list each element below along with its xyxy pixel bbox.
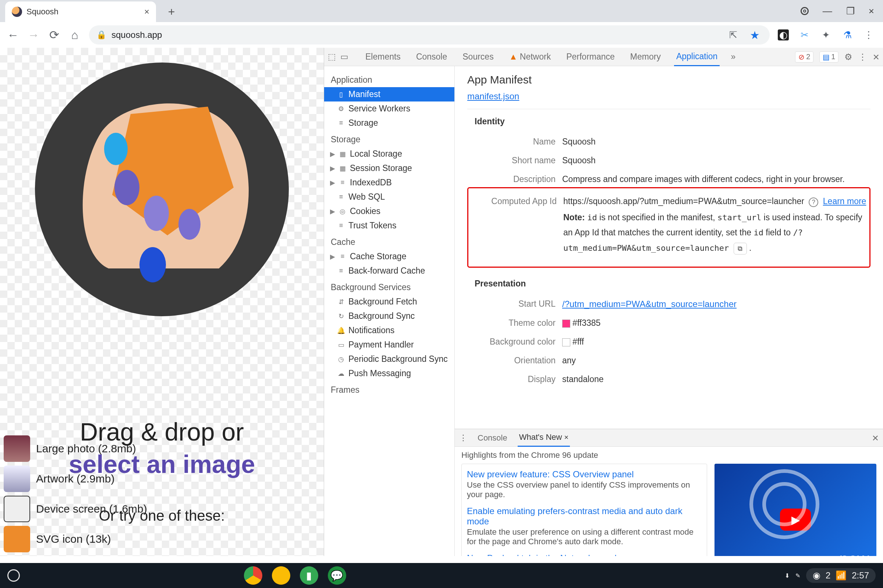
sidebar-item-indexeddb[interactable]: ▶≡IndexedDB — [324, 176, 454, 190]
bookmark-star-icon[interactable]: ★ — [749, 29, 760, 40]
database-icon: ≡ — [337, 267, 345, 275]
sidebar-item-bf-cache[interactable]: ≡Back-forward Cache — [324, 264, 454, 278]
more-tabs-icon[interactable]: » — [731, 52, 736, 62]
drawer-tab-whats-new[interactable]: What's New× — [518, 429, 570, 447]
manifest-json-link[interactable]: manifest.json — [467, 91, 519, 101]
account-icon[interactable] — [800, 7, 809, 15]
new-tab-button[interactable]: + — [163, 4, 180, 20]
whats-new-video-thumb[interactable]: ▶ new — [715, 464, 876, 556]
sidebar-item-periodic-sync[interactable]: ◷Periodic Background Sync — [324, 352, 454, 366]
sample-svg-icon[interactable]: SVG icon (13k) — [4, 526, 162, 552]
device-toggle-icon[interactable]: ▭ — [340, 52, 348, 62]
card-icon: ▭ — [337, 341, 345, 349]
labs-icon[interactable]: ⚗ — [842, 29, 853, 40]
sidebar-item-local-storage[interactable]: ▶▦Local Storage — [324, 147, 454, 161]
drawer-menu-icon[interactable]: ⋮ — [459, 433, 467, 443]
file-icon: ▯ — [337, 91, 345, 98]
sidebar-item-storage[interactable]: ≡Storage — [324, 116, 454, 130]
app-icon-yellow[interactable] — [272, 566, 290, 585]
close-window-icon[interactable]: × — [869, 6, 874, 17]
minimize-icon[interactable]: — — [823, 6, 832, 17]
sidebar-item-web-sql[interactable]: ≡Web SQL — [324, 190, 454, 204]
sidebar-item-notifications[interactable]: 🔔Notifications — [324, 323, 454, 338]
scissors-icon[interactable]: ✂ — [799, 29, 810, 40]
sidebar-item-trust-tokens[interactable]: ≡Trust Tokens — [324, 218, 454, 233]
sidebar-section-application: Application — [324, 70, 454, 87]
sidebar-item-session-storage[interactable]: ▶▦Session Storage — [324, 161, 454, 176]
extensions-puzzle-icon[interactable]: ✦ — [820, 29, 832, 40]
database-icon: ≡ — [337, 120, 345, 127]
news-item[interactable]: Enable emulating prefers-contrast media … — [467, 506, 701, 553]
sidebar-section-cache: Cache — [324, 233, 454, 249]
tab-performance[interactable]: Performance — [564, 48, 617, 66]
learn-more-link[interactable]: Learn more — [823, 196, 866, 206]
tab-elements[interactable]: Elements — [363, 48, 403, 66]
kv-description: DescriptionCompress and compare images w… — [467, 170, 871, 189]
main-area: Drag & drop or select an image Or try on… — [0, 48, 883, 556]
chrome-menu-icon[interactable]: ⋮ — [863, 29, 874, 40]
launcher-icon[interactable] — [8, 569, 20, 582]
inspect-element-icon[interactable]: ⬚ — [328, 52, 336, 62]
sample-images: Large photo (2.8mb) Artwork (2.9mb) Devi… — [0, 432, 324, 556]
news-item[interactable]: New Payload tab in the Network panel — [467, 553, 701, 556]
bg-color-swatch — [562, 338, 570, 346]
copy-suggestion-button[interactable]: ⧉ — [734, 243, 747, 255]
clock-icon: ◷ — [337, 356, 345, 363]
sidebar-item-cookies[interactable]: ▶◎Cookies — [324, 204, 454, 218]
home-icon[interactable]: ⌂ — [68, 28, 81, 42]
sidebar-section-frames: Frames — [324, 381, 454, 397]
bell-icon: 🔔 — [337, 327, 345, 334]
address-bar[interactable]: 🔒 squoosh.app ⇱ ★ — [89, 26, 770, 45]
sidebar-item-cache-storage[interactable]: ▶≡Cache Storage — [324, 249, 454, 264]
sidebar-item-service-workers[interactable]: ⚙Service Workers — [324, 102, 454, 116]
chrome-icon[interactable] — [244, 566, 262, 585]
sidebar-section-bg-services: Background Services — [324, 278, 454, 294]
reload-icon[interactable]: ⟳ — [48, 28, 60, 42]
sidebar-item-bg-sync[interactable]: ↻Background Sync — [324, 309, 454, 323]
status-tray[interactable]: ◉ 2 📶 2:57 — [806, 568, 875, 583]
tray-download-icon[interactable]: ⬇ — [785, 572, 790, 579]
tab-close-icon[interactable]: × — [144, 7, 149, 17]
kv-theme-color: Theme color#ff3385 — [467, 314, 871, 332]
chat-icon[interactable]: 💬 — [328, 566, 346, 585]
tray-pen-icon[interactable]: ✎ — [796, 572, 800, 579]
forward-icon[interactable]: → — [27, 28, 40, 42]
tab-console[interactable]: Console — [414, 48, 449, 66]
drawer-tab-close-icon[interactable]: × — [564, 433, 568, 441]
tab-application[interactable]: Application — [674, 48, 720, 66]
sidebar-item-bg-fetch[interactable]: ⇵Background Fetch — [324, 294, 454, 309]
browser-tab[interactable]: Squoosh × — [5, 2, 156, 22]
start-url-link[interactable]: /?utm_medium=PWA&utm_source=launcher — [562, 299, 737, 309]
lock-icon[interactable]: 🔒 — [96, 30, 106, 40]
sample-artwork[interactable]: Artwork (2.9mb) — [4, 465, 162, 492]
tab-title: Squoosh — [27, 7, 59, 16]
sidebar-item-payment[interactable]: ▭Payment Handler — [324, 338, 454, 352]
errors-badge[interactable]: ⊘2 — [795, 51, 814, 63]
extension-icon[interactable]: ◐ — [778, 29, 789, 40]
warning-icon: ▲ — [509, 52, 518, 62]
share-icon[interactable]: ⇱ — [728, 29, 739, 40]
meet-icon[interactable]: ▮ — [300, 566, 318, 585]
devtools-close-icon[interactable]: × — [873, 51, 879, 63]
devtools-settings-icon[interactable]: ⚙ — [844, 52, 853, 62]
devtools-panel: ⬚ ▭ Elements Console Sources ▲ Network P… — [324, 48, 883, 556]
svg-point-5 — [751, 471, 817, 537]
presentation-section-title: Presentation — [467, 268, 871, 294]
sample-large-photo[interactable]: Large photo (2.8mb) — [4, 435, 162, 462]
news-item[interactable]: New preview feature: CSS Overview panelU… — [467, 469, 701, 506]
sample-device-screen[interactable]: Device screen (1.6mb) — [4, 496, 162, 522]
database-icon: ≡ — [337, 222, 345, 230]
sidebar-item-manifest[interactable]: ▯Manifest — [324, 87, 454, 102]
tab-sources[interactable]: Sources — [460, 48, 496, 66]
sidebar-item-push[interactable]: ☁Push Messaging — [324, 366, 454, 381]
drawer-close-icon[interactable]: × — [872, 432, 878, 444]
maximize-icon[interactable]: ❐ — [846, 6, 854, 17]
tab-network[interactable]: ▲ Network — [507, 48, 553, 66]
devtools-tab-bar: ⬚ ▭ Elements Console Sources ▲ Network P… — [324, 48, 883, 66]
issues-badge[interactable]: ▤1 — [819, 51, 838, 63]
tab-memory[interactable]: Memory — [628, 48, 663, 66]
help-icon[interactable]: ? — [809, 198, 818, 207]
back-icon[interactable]: ← — [7, 28, 19, 42]
devtools-menu-icon[interactable]: ⋮ — [858, 52, 867, 62]
drawer-tab-console[interactable]: Console — [476, 429, 509, 446]
